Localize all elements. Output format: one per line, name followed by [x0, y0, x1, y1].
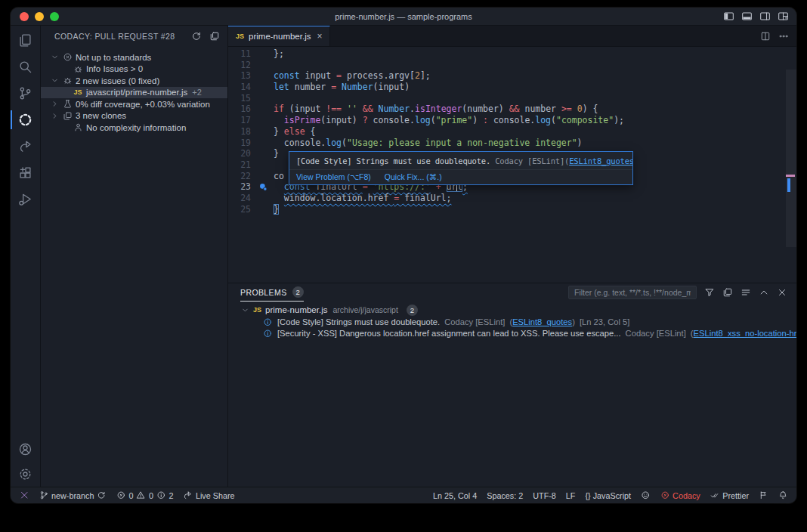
- code-text[interactable]: } else {: [274, 126, 315, 138]
- close-tab-icon[interactable]: ×: [317, 31, 322, 42]
- code-line-18[interactable]: 18} else {: [228, 126, 796, 138]
- chevron-down-icon[interactable]: [48, 53, 60, 61]
- activity-source-control[interactable]: [11, 80, 40, 107]
- code-line-16[interactable]: 16if (input !== '' && Number.isInteger(n…: [228, 104, 796, 115]
- line-number[interactable]: 14: [228, 82, 257, 93]
- chevron-down-icon[interactable]: [48, 76, 60, 85]
- tree-item[interactable]: JSjavascript/prime-number.js+2: [41, 87, 227, 99]
- tree-item[interactable]: 3 new clones: [41, 110, 227, 122]
- code-line-17[interactable]: 17 isPrime(input) ? console.log("prime")…: [228, 115, 796, 126]
- close-panel-icon[interactable]: [777, 287, 787, 298]
- code-text[interactable]: window.location.href = finalUrl;: [274, 193, 451, 204]
- tree-item[interactable]: 0% diff coverage, +0.03% variation: [41, 98, 227, 110]
- code-editor[interactable]: 11};1213const input = process.argv[2];14…: [228, 47, 796, 283]
- activity-live-share[interactable]: [11, 133, 40, 159]
- line-number[interactable]: 23: [228, 181, 257, 193]
- code-text[interactable]: if (input !== '' && Number.isInteger(num…: [274, 104, 598, 115]
- open-in-editor-icon[interactable]: [209, 31, 220, 42]
- status-live-share[interactable]: Live Share: [183, 490, 234, 500]
- problem-item[interactable]: [Security - XSS] Dangerous location.href…: [228, 328, 796, 340]
- more-actions-icon[interactable]: [778, 31, 789, 42]
- code-line-19[interactable]: 19 console.log("Usage: please input a no…: [228, 138, 796, 149]
- activity-codacy[interactable]: [11, 107, 40, 133]
- problem-item[interactable]: [Code Style] Strings must use doublequot…: [228, 316, 796, 328]
- code-text[interactable]: const input = process.argv[2];: [274, 70, 431, 82]
- status-copilot[interactable]: [641, 490, 651, 500]
- line-number[interactable]: 16: [228, 104, 257, 115]
- chevron-right-icon[interactable]: [48, 112, 60, 120]
- zoom-window-button[interactable]: [50, 12, 59, 21]
- line-number[interactable]: 11: [228, 48, 257, 60]
- status-notifications[interactable]: [778, 490, 788, 500]
- open-in-editor-icon[interactable]: [722, 287, 733, 298]
- problems-file-row[interactable]: JS prime-number.js archive/j/javascript …: [228, 304, 796, 316]
- line-number[interactable]: 13: [228, 70, 257, 82]
- code-text[interactable]: }: [274, 204, 279, 215]
- tab-prime-number[interactable]: JS prime-number.js ×: [228, 26, 330, 46]
- status-language-mode[interactable]: {} JavaScript: [585, 491, 631, 500]
- tree-item[interactable]: Not up to standards: [41, 51, 227, 63]
- code-line-24[interactable]: 24 window.location.href = finalUrl;: [228, 193, 796, 204]
- line-number[interactable]: 15: [228, 93, 257, 104]
- line-number[interactable]: 22: [228, 171, 257, 182]
- code-text[interactable]: isPrime(input) ? console.log("prime") : …: [274, 115, 624, 126]
- status-remote-indicator[interactable]: [20, 490, 29, 500]
- tree-item[interactable]: No complexity information: [41, 122, 227, 134]
- line-number[interactable]: 24: [228, 193, 257, 204]
- problem-rule-link[interactable]: ESLint8_xss_no-location-href-assign: [694, 329, 796, 338]
- chevron-down-icon[interactable]: [240, 306, 249, 314]
- split-editor-icon[interactable]: [760, 31, 771, 42]
- code-line-11[interactable]: 11};: [228, 48, 796, 60]
- code-text[interactable]: let number = Number(input): [274, 82, 410, 93]
- status-encoding[interactable]: UTF-8: [533, 491, 556, 500]
- activity-testing[interactable]: [11, 186, 40, 212]
- line-number[interactable]: 25: [228, 204, 257, 215]
- layout-sidebar-right-icon[interactable]: [759, 11, 771, 22]
- tree-item[interactable]: 2 new issues (0 fixed): [41, 75, 227, 87]
- line-number[interactable]: 18: [228, 126, 257, 138]
- code-text[interactable]: console.log("Usage: please input a non-n…: [274, 138, 583, 149]
- refresh-icon[interactable]: [191, 31, 202, 42]
- status-feedback[interactable]: [759, 490, 768, 500]
- layout-sidebar-left-icon[interactable]: [723, 11, 734, 22]
- code-line-13[interactable]: 13const input = process.argv[2];: [228, 70, 796, 82]
- code-line-15[interactable]: 15: [228, 93, 796, 104]
- activity-extensions[interactable]: [11, 159, 40, 186]
- layout-panel-icon[interactable]: [741, 11, 753, 22]
- activity-accounts[interactable]: [11, 437, 40, 462]
- status-eol[interactable]: LF: [566, 491, 576, 500]
- codacy-comment-icon[interactable]: [257, 181, 274, 193]
- view-problem-action[interactable]: View Problem (⌥F8): [296, 172, 371, 181]
- line-number[interactable]: 21: [228, 159, 257, 171]
- code-line-25[interactable]: 25}: [228, 204, 796, 215]
- status-cursor-position[interactable]: Ln 25, Col 4: [433, 491, 477, 500]
- quick-fix-action[interactable]: Quick Fix... (⌘.): [385, 172, 442, 181]
- layout-customize-icon[interactable]: [778, 11, 789, 22]
- maximize-panel-icon[interactable]: [759, 287, 769, 298]
- editor-scrollbar[interactable]: [786, 70, 796, 247]
- chevron-right-icon[interactable]: [48, 100, 60, 108]
- tree-item[interactable]: Info Issues > 0: [41, 63, 227, 76]
- status-branch[interactable]: new-branch: [39, 490, 107, 500]
- code-line-14[interactable]: 14let number = Number(input): [228, 82, 796, 93]
- code-text[interactable]: }: [274, 148, 279, 159]
- line-number[interactable]: 19: [228, 138, 257, 149]
- status-prettier[interactable]: Prettier: [710, 490, 749, 500]
- code-line-12[interactable]: 12: [228, 60, 796, 71]
- filter-icon[interactable]: [704, 287, 715, 298]
- code-text[interactable]: };: [274, 48, 284, 60]
- status-indentation[interactable]: Spaces: 2: [487, 491, 523, 500]
- line-number[interactable]: 12: [228, 60, 257, 71]
- problems-filter-input[interactable]: [568, 286, 697, 299]
- problem-rule-link[interactable]: ESLint8_quotes: [512, 317, 572, 326]
- activity-settings[interactable]: [11, 462, 40, 487]
- hover-rule-link[interactable]: ESLint8_quotes: [569, 156, 632, 165]
- status-codacy[interactable]: Codacy: [660, 490, 700, 500]
- code-text[interactable]: co: [274, 171, 284, 182]
- line-number[interactable]: 17: [228, 115, 257, 126]
- close-window-button[interactable]: [20, 12, 29, 21]
- activity-explorer[interactable]: [11, 27, 40, 54]
- status-diagnostics[interactable]: 002: [116, 490, 174, 500]
- tab-problems[interactable]: PROBLEMS 2: [240, 283, 304, 302]
- activity-search[interactable]: [11, 54, 40, 80]
